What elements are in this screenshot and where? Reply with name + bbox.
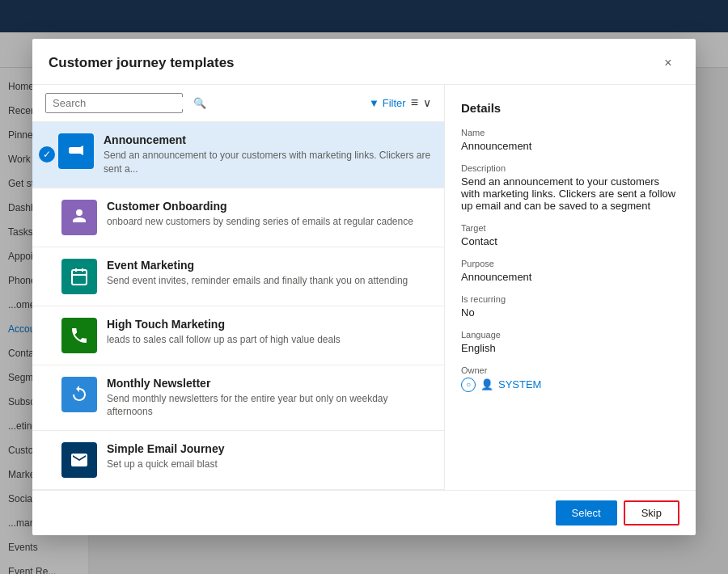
template-text-high-touch: High Touch Marketing leads to sales call… (107, 318, 431, 347)
selected-check-icon: ✓ (39, 146, 55, 162)
select-button[interactable]: Select (556, 500, 617, 525)
template-text-simple-email: Simple Email Journey Set up a quick emai… (107, 442, 431, 471)
template-icon-customer-onboarding (61, 200, 97, 235)
close-button[interactable]: × (657, 52, 679, 74)
dialog-body: 🔍 ▼ Filter ≡ ∨ ✓ (32, 85, 696, 490)
filter-funnel-icon: ▼ (369, 97, 379, 109)
owner-circle-icon: ○ (461, 378, 476, 392)
search-input-wrapper[interactable]: 🔍 (45, 93, 183, 113)
template-name-event-marketing: Event Marketing (107, 259, 431, 272)
skip-button[interactable]: Skip (624, 500, 679, 525)
template-item-announcement[interactable]: ✓ Announcement Send an announcement to y… (32, 122, 444, 188)
template-item-event-marketing[interactable]: Event Marketing Send event invites, remi… (32, 247, 444, 306)
detail-name: Name Announcement (461, 128, 679, 152)
modal-overlay: Customer journey templates × 🔍 ▼ Filter (0, 0, 728, 574)
detail-description: Description Send an announcement to your… (461, 163, 679, 212)
detail-language: Language English (461, 330, 679, 354)
template-desc-announcement: Send an announcement to your customers w… (104, 149, 431, 176)
detail-recurring: Is recurring No (461, 294, 679, 319)
template-name-announcement: Announcement (104, 133, 431, 146)
template-item-high-touch[interactable]: High Touch Marketing leads to sales call… (32, 306, 444, 365)
template-icon-event-marketing (61, 259, 97, 294)
description-label: Description (461, 163, 679, 173)
owner-person-icon: 👤 (480, 378, 493, 390)
svg-rect-0 (72, 270, 87, 285)
template-list: ✓ Announcement Send an announcement to y… (32, 122, 444, 490)
search-filter-row: 🔍 ▼ Filter ≡ ∨ (32, 85, 444, 122)
recurring-label: Is recurring (461, 294, 679, 304)
owner-name: SYSTEM (498, 378, 541, 390)
left-panel: 🔍 ▼ Filter ≡ ∨ ✓ (32, 85, 445, 490)
filter-row: ▼ Filter ≡ ∨ (369, 95, 431, 110)
dialog-title: Customer journey templates (49, 55, 235, 71)
description-value: Send an announcement to your customers w… (461, 175, 679, 212)
owner-value[interactable]: ○ 👤 SYSTEM (461, 378, 679, 392)
detail-purpose: Purpose Announcement (461, 259, 679, 283)
expand-icon[interactable]: ∨ (423, 96, 431, 109)
purpose-label: Purpose (461, 259, 679, 268)
template-item-monthly-newsletter[interactable]: Monthly Newsletter Send monthly newslett… (32, 365, 444, 432)
template-text-event-marketing: Event Marketing Send event invites, remi… (107, 259, 431, 288)
template-icon-announcement (58, 133, 94, 169)
detail-owner: Owner ○ 👤 SYSTEM (461, 365, 679, 392)
template-desc-customer-onboarding: onboard new customers by sending series … (107, 215, 431, 229)
search-input[interactable] (53, 97, 188, 109)
name-value: Announcement (461, 140, 679, 152)
template-icon-simple-email (61, 442, 97, 478)
target-value: Contact (461, 235, 679, 247)
purpose-value: Announcement (461, 271, 679, 283)
template-text-announcement: Announcement Send an announcement to you… (104, 133, 431, 176)
name-label: Name (461, 128, 679, 137)
dialog-header: Customer journey templates × (32, 39, 696, 85)
owner-label: Owner (461, 365, 679, 375)
filter-button[interactable]: ▼ Filter (369, 97, 406, 109)
sort-icon[interactable]: ≡ (411, 95, 418, 110)
recurring-value: No (461, 306, 679, 319)
right-panel: Details Name Announcement Description Se… (445, 85, 696, 490)
template-desc-monthly-newsletter: Send monthly newsletters for the entire … (107, 392, 431, 420)
template-item-simple-email[interactable]: Simple Email Journey Set up a quick emai… (32, 431, 444, 490)
search-icon: 🔍 (193, 97, 206, 109)
target-label: Target (461, 223, 679, 233)
template-name-customer-onboarding: Customer Onboarding (107, 200, 431, 213)
template-desc-simple-email: Set up a quick email blast (107, 458, 431, 471)
template-desc-event-marketing: Send event invites, reminder emails and … (107, 274, 431, 288)
details-title: Details (461, 101, 679, 115)
template-icon-high-touch (61, 318, 97, 353)
detail-target: Target Contact (461, 223, 679, 247)
template-name-high-touch: High Touch Marketing (107, 318, 431, 331)
language-label: Language (461, 330, 679, 340)
template-desc-high-touch: leads to sales call follow up as part of… (107, 333, 431, 347)
template-name-monthly-newsletter: Monthly Newsletter (107, 377, 431, 390)
dialog-footer: Select Skip (32, 490, 696, 535)
customer-journey-dialog: Customer journey templates × 🔍 ▼ Filter (32, 39, 696, 535)
template-text-monthly-newsletter: Monthly Newsletter Send monthly newslett… (107, 377, 431, 420)
template-item-customer-onboarding[interactable]: Customer Onboarding onboard new customer… (32, 188, 444, 247)
template-icon-monthly-newsletter (61, 377, 97, 412)
filter-label: Filter (383, 97, 406, 109)
template-name-simple-email: Simple Email Journey (107, 442, 431, 455)
language-value: English (461, 342, 679, 354)
template-text-customer-onboarding: Customer Onboarding onboard new customer… (107, 200, 431, 229)
